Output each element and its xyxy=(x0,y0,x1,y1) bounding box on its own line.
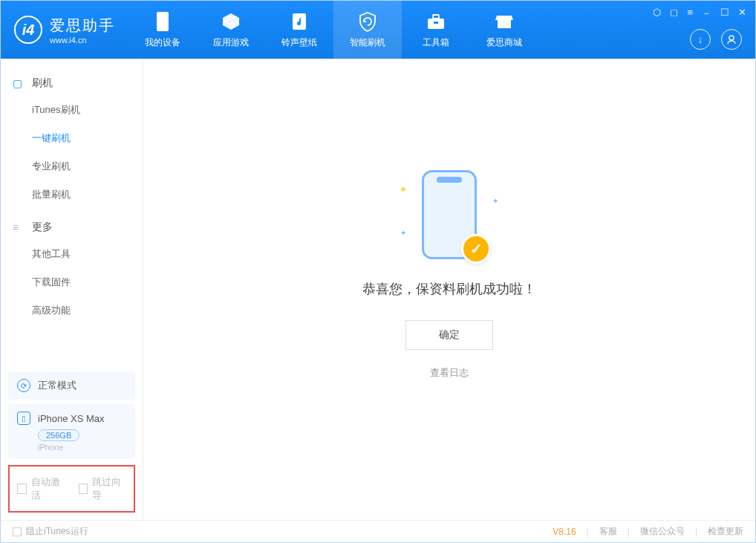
checkbox-icon xyxy=(79,484,88,494)
device-type: iPhone xyxy=(38,443,126,452)
sparkle-icon: ✦ xyxy=(492,197,498,205)
nav-label: 工具箱 xyxy=(423,36,449,49)
nav-label: 铃声壁纸 xyxy=(281,36,317,49)
checkbox-label: 跳过向导 xyxy=(92,475,126,502)
footer-link-wechat[interactable]: 微信公众号 xyxy=(640,525,685,538)
nav-tab-store[interactable]: 爱思商城 xyxy=(470,1,538,59)
svg-rect-5 xyxy=(498,20,511,28)
sidebar-item-itunes[interactable]: iTunes刷机 xyxy=(1,96,143,124)
nav-tab-flash[interactable]: 智能刷机 xyxy=(333,1,402,59)
device-info[interactable]: ▯ iPhone XS Max 256GB iPhone xyxy=(8,404,135,459)
sidebar-item-batch[interactable]: 批量刷机 xyxy=(1,181,143,209)
nav-tabs: 我的设备 应用游戏 铃声壁纸 智能刷机 工具箱 爱思商城 xyxy=(128,1,538,59)
checkbox-label: 自动激活 xyxy=(31,475,65,502)
checkbox-skip-guide[interactable]: 跳过向导 xyxy=(79,475,127,502)
music-icon xyxy=(290,11,308,32)
storage-badge: 256GB xyxy=(38,429,79,441)
window-controls: ⬡ ◻ ≡ － ☐ ✕ xyxy=(653,7,746,20)
nav-label: 智能刷机 xyxy=(350,36,385,49)
footer-link-update[interactable]: 检查更新 xyxy=(708,525,743,538)
download-button[interactable]: ↓ xyxy=(690,29,711,50)
nav-label: 爱思商城 xyxy=(486,36,522,49)
sidebar-item-oneclick[interactable]: 一键刷机 xyxy=(1,124,143,152)
svg-rect-4 xyxy=(434,22,438,24)
sidebar-section-more: ≡ 更多 其他工具 下载固件 高级功能 xyxy=(1,215,143,325)
highlighted-checkboxes: 自动激活 跳过向导 xyxy=(8,465,135,513)
sparkle-icon: ✦ xyxy=(399,183,408,195)
app-body: ▢ 刷机 iTunes刷机 一键刷机 专业刷机 批量刷机 ≡ 更多 其他工具 下… xyxy=(1,59,755,520)
list-icon: ≡ xyxy=(13,221,25,233)
app-logo: i4 爱思助手 www.i4.cn xyxy=(1,16,128,45)
checkbox-label: 阻止iTunes运行 xyxy=(26,525,88,538)
status-icon: ⟳ xyxy=(17,379,30,392)
footer-link-service[interactable]: 客服 xyxy=(599,525,617,538)
version-label: V8.16 xyxy=(553,527,576,537)
store-icon xyxy=(494,11,515,32)
maximize-button[interactable]: ☐ xyxy=(720,7,729,20)
sidebar-item-advanced[interactable]: 高级功能 xyxy=(1,296,143,325)
ok-button[interactable]: 确定 xyxy=(405,320,493,350)
sidebar-bottom: ⟳ 正常模式 ▯ iPhone XS Max 256GB iPhone 自动激活 xyxy=(1,367,143,520)
app-header: i4 爱思助手 www.i4.cn 我的设备 应用游戏 铃声壁纸 智能刷机 工具… xyxy=(1,1,755,59)
device-icon: ▯ xyxy=(17,412,30,425)
svg-rect-0 xyxy=(157,12,169,31)
sidebar-header-more: ≡ 更多 xyxy=(1,215,143,240)
nav-label: 应用游戏 xyxy=(213,36,249,49)
check-badge-icon: ✓ xyxy=(461,234,491,264)
phone-outline-icon: ▢ xyxy=(13,77,25,89)
nav-tab-apps[interactable]: 应用游戏 xyxy=(197,1,265,59)
checkbox-icon xyxy=(13,527,22,536)
shirt-icon[interactable]: ⬡ xyxy=(653,7,661,20)
checkbox-icon xyxy=(17,484,27,494)
minimize-button[interactable]: － xyxy=(702,7,711,20)
nav-tab-toolbox[interactable]: 工具箱 xyxy=(402,1,470,59)
device-name: iPhone XS Max xyxy=(38,413,105,424)
main-content: ✦ ✦ ✦ ✓ 恭喜您，保资料刷机成功啦！ 确定 查看日志 xyxy=(143,59,755,520)
lock-icon[interactable]: ◻ xyxy=(670,7,678,20)
device-status[interactable]: ⟳ 正常模式 xyxy=(8,371,135,400)
sidebar-header-flash: ▢ 刷机 xyxy=(1,71,143,96)
svg-rect-3 xyxy=(433,15,439,19)
sidebar-item-pro[interactable]: 专业刷机 xyxy=(1,152,143,181)
nav-label: 我的设备 xyxy=(145,36,180,49)
checkbox-auto-activate[interactable]: 自动激活 xyxy=(17,475,65,502)
success-illustration: ✦ ✦ ✦ ✓ xyxy=(405,170,494,259)
menu-icon[interactable]: ≡ xyxy=(687,7,693,20)
phone-icon xyxy=(155,11,170,32)
view-log-link[interactable]: 查看日志 xyxy=(430,366,469,380)
sidebar: ▢ 刷机 iTunes刷机 一键刷机 专业刷机 批量刷机 ≡ 更多 其他工具 下… xyxy=(1,59,143,520)
nav-tab-ringtones[interactable]: 铃声壁纸 xyxy=(265,1,333,59)
section-title: 更多 xyxy=(32,221,53,234)
status-label: 正常模式 xyxy=(38,379,76,392)
section-title: 刷机 xyxy=(32,77,53,90)
nav-tab-device[interactable]: 我的设备 xyxy=(128,1,197,59)
sidebar-item-tools[interactable]: 其他工具 xyxy=(1,240,143,268)
checkbox-block-itunes[interactable]: 阻止iTunes运行 xyxy=(13,525,88,538)
app-title: 爱思助手 xyxy=(50,16,115,36)
toolbox-icon xyxy=(426,11,446,32)
sidebar-section-flash: ▢ 刷机 iTunes刷机 一键刷机 专业刷机 批量刷机 xyxy=(1,71,143,209)
success-message: 恭喜您，保资料刷机成功啦！ xyxy=(362,280,536,298)
shield-refresh-icon xyxy=(358,11,377,32)
close-button[interactable]: ✕ xyxy=(738,7,746,20)
svg-point-6 xyxy=(729,36,734,40)
header-actions: ↓ xyxy=(690,29,742,50)
user-button[interactable] xyxy=(721,29,742,50)
sparkle-icon: ✦ xyxy=(400,229,406,237)
logo-icon: i4 xyxy=(14,16,42,44)
cube-icon xyxy=(221,11,241,32)
app-subtitle: www.i4.cn xyxy=(50,36,115,45)
footer: 阻止iTunes运行 V8.16 | 客服 | 微信公众号 | 检查更新 xyxy=(1,520,755,542)
sidebar-item-firmware[interactable]: 下载固件 xyxy=(1,268,143,296)
